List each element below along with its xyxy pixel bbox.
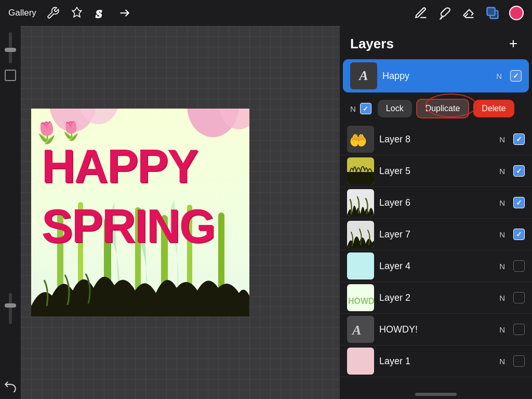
svg-text:HOWDY: HOWDY — [348, 297, 374, 305]
layer6-n: N — [499, 198, 505, 207]
layers-panel: Layers + A Happy N ✓ N ✓ Lock Duplicate … — [340, 26, 532, 399]
layer5-visibility[interactable]: ✓ — [513, 165, 525, 177]
action-check-icon: ✓ — [363, 105, 368, 113]
toolbar-left: Gallery S — [8, 6, 132, 20]
checkmark-icon: ✓ — [516, 167, 522, 175]
layer8-n: N — [499, 135, 505, 144]
duplicate-button[interactable]: Duplicate — [416, 99, 470, 118]
layer2-visibility[interactable] — [513, 292, 525, 303]
layer4-name: Layer 4 — [379, 261, 494, 272]
selected-layer-row[interactable]: A Happy N ✓ — [343, 59, 529, 92]
artwork[interactable]: 🌷 🌷 HAPPY SPRING — [31, 109, 249, 316]
action-n-label: N — [350, 104, 356, 113]
undo-icon[interactable] — [3, 378, 18, 393]
layer7-visibility[interactable]: ✓ — [513, 229, 525, 240]
howdy-layer-n: N — [499, 325, 505, 334]
thumb-letter: A — [359, 68, 368, 84]
howdy-visibility[interactable] — [513, 324, 525, 335]
layer7-name: Layer 7 — [379, 229, 494, 240]
layer1-thumb — [347, 348, 374, 375]
layer4-n: N — [499, 262, 505, 271]
layer1-name: Layer 1 — [379, 356, 494, 367]
happy-layer-name: Happy — [382, 71, 491, 82]
left-panel — [0, 26, 21, 399]
stroke-icon[interactable]: S — [94, 6, 108, 20]
list-item[interactable]: HOWDY Layer 2 N — [340, 282, 532, 314]
list-item[interactable]: Layer 4 N — [340, 250, 532, 282]
layer7-n: N — [499, 230, 505, 239]
toolbar: Gallery S — [0, 0, 532, 26]
layers-header: Layers + — [340, 26, 532, 59]
brush-size-slider[interactable] — [9, 32, 12, 63]
list-item[interactable]: Layer 1 N — [340, 345, 532, 377]
brush-icon[interactable] — [437, 6, 452, 20]
add-layer-button[interactable]: + — [505, 35, 522, 52]
howdy-layer-name: HOWDY! — [379, 324, 494, 335]
layer6-name: Layer 6 — [379, 197, 494, 208]
list-item[interactable]: Layer 7 N ✓ — [340, 219, 532, 250]
layer8-thumb: 🤲 — [347, 126, 374, 153]
opacity-slider[interactable] — [9, 293, 12, 324]
scroll-indicator — [415, 393, 457, 396]
list-item[interactable]: 🤲 Layer 8 N ✓ — [340, 124, 532, 155]
layer8-visibility[interactable]: ✓ — [513, 134, 525, 145]
toolbar-right — [414, 6, 524, 20]
lock-button[interactable]: Lock — [378, 100, 412, 117]
pen-icon[interactable] — [414, 6, 428, 20]
arrow-icon[interactable] — [117, 6, 132, 20]
checkmark-icon: ✓ — [516, 135, 522, 143]
wrench-icon[interactable] — [46, 6, 60, 20]
layer2-n: N — [499, 294, 505, 302]
layer-actions-row: N ✓ Lock Duplicate Delete — [343, 95, 529, 123]
list-item[interactable]: Layer 6 N ✓ — [340, 187, 532, 219]
svg-text:🤲: 🤲 — [349, 132, 367, 149]
svg-rect-27 — [347, 348, 374, 375]
artwork-text-spring: SPRING — [42, 200, 215, 253]
adjust-icon[interactable] — [70, 6, 84, 20]
layer5-name: Layer 5 — [379, 166, 494, 177]
list-item[interactable]: A HOWDY! N — [340, 314, 532, 345]
color-picker-icon[interactable] — [509, 6, 524, 20]
eraser-icon[interactable] — [461, 6, 476, 20]
checkmark-icon: ✓ — [516, 198, 522, 207]
gallery-button[interactable]: Gallery — [8, 8, 36, 18]
svg-text:A: A — [351, 323, 361, 338]
checkmark-icon: ✓ — [513, 72, 519, 80]
layer4-thumb — [347, 252, 374, 280]
svg-rect-22 — [347, 252, 374, 280]
svg-text:🌷: 🌷 — [60, 120, 83, 142]
layer8-name: Layer 8 — [379, 134, 494, 145]
happy-layer-visibility[interactable]: ✓ — [510, 70, 522, 82]
happy-layer-n: N — [496, 72, 502, 81]
layer6-visibility[interactable]: ✓ — [513, 197, 525, 208]
layers-list[interactable]: 🤲 Layer 8 N ✓ Layer 5 N ✓ — [340, 124, 532, 390]
layers-title: Layers — [350, 36, 394, 52]
layer2-name: Layer 2 — [379, 292, 494, 303]
layer2-thumb: HOWDY — [347, 284, 374, 311]
svg-text:S: S — [96, 8, 102, 20]
layer1-visibility[interactable] — [513, 355, 525, 367]
howdy-thumb: A — [347, 316, 374, 343]
checkmark-icon: ✓ — [516, 230, 522, 238]
action-visibility-checkbox[interactable]: ✓ — [360, 103, 371, 114]
layer6-thumb — [347, 189, 374, 216]
layers-icon[interactable] — [485, 6, 500, 20]
happy-layer-thumb: A — [350, 62, 377, 89]
delete-button[interactable]: Delete — [473, 100, 514, 117]
svg-rect-19 — [347, 172, 374, 184]
layer1-n: N — [499, 357, 505, 366]
layer5-n: N — [499, 167, 505, 176]
list-item[interactable]: Layer 5 N ✓ — [340, 155, 532, 187]
canvas-options-icon[interactable] — [5, 70, 16, 81]
svg-rect-2 — [487, 8, 495, 16]
artwork-text-happy: HAPPY — [42, 140, 197, 193]
layer5-thumb — [347, 157, 374, 184]
layer7-thumb — [347, 221, 374, 248]
layer4-visibility[interactable] — [513, 260, 525, 272]
